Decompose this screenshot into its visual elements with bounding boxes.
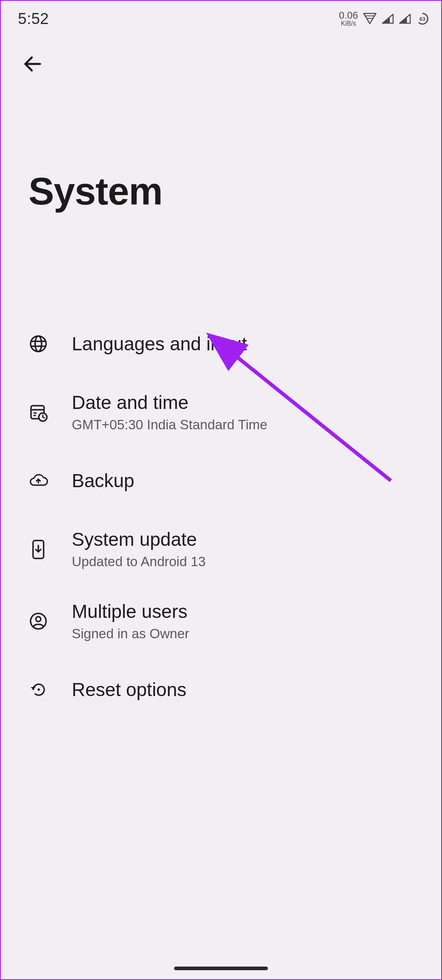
network-speed-unit: KiB/s	[341, 20, 356, 27]
network-speed: 0.06 KiB/s	[339, 11, 358, 27]
svg-point-8	[38, 689, 40, 691]
cloud-upload-icon	[29, 472, 48, 489]
user-circle-icon	[29, 611, 48, 631]
nav-handle[interactable]	[174, 967, 268, 970]
calendar-clock-icon	[29, 402, 48, 422]
page-title: System	[1, 76, 441, 213]
list-item-reset-options[interactable]: Reset options	[1, 657, 441, 722]
status-bar: 5:52 0.06 KiB/s	[1, 1, 441, 29]
phone-download-icon	[29, 539, 48, 560]
signal-icon-2	[399, 13, 411, 24]
signal-icon-1	[382, 13, 394, 24]
status-time: 5:52	[18, 10, 49, 28]
list-item-title: System update	[72, 529, 206, 550]
svg-point-1	[31, 336, 46, 352]
arrow-left-icon	[22, 54, 42, 74]
back-button[interactable]	[22, 68, 42, 75]
list-item-date-time[interactable]: Date and time GMT+05:30 India Standard T…	[1, 376, 441, 448]
svg-point-2	[35, 336, 42, 352]
list-item-languages-input[interactable]: Languages and input	[1, 311, 441, 376]
settings-list: Languages and input Date and time GMT+05…	[1, 213, 441, 722]
list-item-title: Backup	[72, 470, 134, 492]
list-item-subtitle: Signed in as Owner	[72, 626, 189, 642]
svg-point-7	[36, 617, 41, 622]
status-right: 0.06 KiB/s 63	[339, 11, 429, 27]
list-item-title: Date and time	[72, 392, 267, 413]
list-item-multiple-users[interactable]: Multiple users Signed in as Owner	[1, 585, 441, 657]
list-item-title: Multiple users	[72, 601, 189, 622]
list-item-subtitle: GMT+05:30 India Standard Time	[72, 417, 267, 433]
list-item-backup[interactable]: Backup	[1, 448, 441, 513]
list-item-system-update[interactable]: System update Updated to Android 13	[1, 513, 441, 585]
globe-icon	[29, 334, 48, 354]
battery-pct-text: 63	[420, 16, 425, 22]
appbar	[1, 29, 441, 76]
battery-icon: 63	[416, 12, 429, 25]
reset-icon	[29, 680, 48, 699]
list-item-title: Languages and input	[72, 333, 247, 355]
network-speed-value: 0.06	[339, 11, 358, 20]
list-item-subtitle: Updated to Android 13	[72, 554, 206, 570]
wifi-icon	[363, 13, 377, 25]
list-item-title: Reset options	[72, 679, 186, 701]
